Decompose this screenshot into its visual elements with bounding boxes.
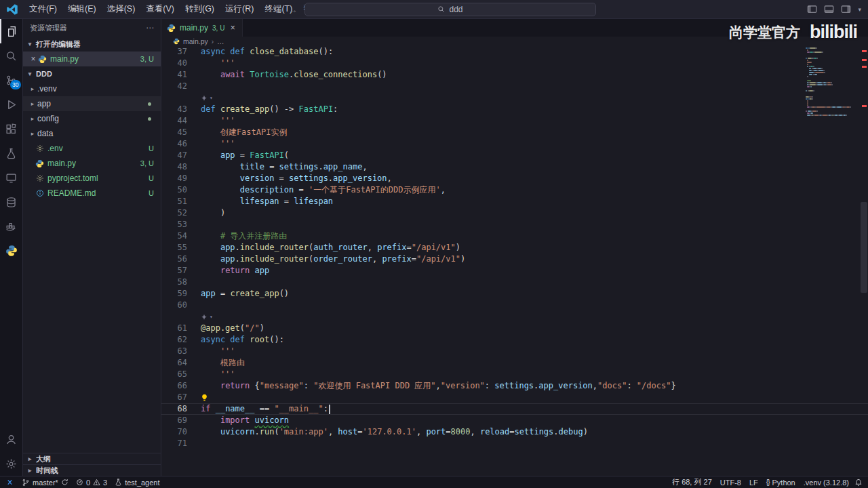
code-line[interactable]: ▾ bbox=[161, 311, 868, 323]
code-line[interactable]: 44 ''' bbox=[161, 115, 868, 127]
activitybar-remote-explorer[interactable] bbox=[0, 165, 23, 190]
code-area[interactable]: 37async def close_database():40 '''41 aw… bbox=[161, 46, 868, 476]
menu-item[interactable]: 编辑(E) bbox=[62, 1, 102, 17]
menu-item[interactable]: 文件(F) bbox=[24, 1, 62, 17]
tree-folder-.venv[interactable]: ▸.venv bbox=[23, 81, 161, 96]
git-branch-item[interactable]: master* bbox=[22, 479, 68, 487]
tree-file-README.md[interactable]: README.mdU bbox=[23, 186, 161, 201]
project-root-header[interactable]: ▾ DDD bbox=[23, 66, 161, 81]
menu-item[interactable]: 选择(S) bbox=[102, 1, 141, 17]
code-line[interactable]: 56 app.include_router(order_router, pref… bbox=[161, 253, 868, 265]
problems-item[interactable]: 0 3 bbox=[76, 479, 107, 487]
language-mode[interactable]: {} Python bbox=[766, 479, 795, 487]
python-interpreter[interactable]: .venv (3.12.8) bbox=[804, 479, 849, 487]
activitybar-explorer[interactable] bbox=[0, 19, 23, 43]
encoding-indicator[interactable]: UTF-8 bbox=[720, 479, 741, 487]
code-line[interactable]: 37async def close_database(): bbox=[161, 46, 868, 58]
open-editor-item[interactable]: ×main.py3, U bbox=[23, 52, 161, 66]
activitybar-source-control[interactable]: 30 bbox=[0, 68, 23, 92]
minimap[interactable] bbox=[806, 47, 859, 119]
activitybar-settings[interactable] bbox=[0, 451, 23, 476]
lightbulb-marker[interactable] bbox=[201, 394, 208, 401]
chevron-down-icon: ▾ bbox=[210, 92, 213, 104]
file-name: main.py bbox=[47, 159, 76, 168]
code-line[interactable]: 41 await Tortoise.close_connections() bbox=[161, 69, 868, 81]
tree-folder-config[interactable]: ▸config bbox=[23, 111, 161, 126]
code-line[interactable]: 51 lifespan = lifespan bbox=[161, 196, 868, 207]
code-line[interactable]: 47 app = FastAPI( bbox=[161, 150, 868, 161]
sidebar-more-actions-icon[interactable]: ⋯ bbox=[146, 23, 154, 33]
breadcrumb[interactable]: main.py › … bbox=[161, 37, 868, 46]
activitybar-containers[interactable] bbox=[0, 214, 23, 239]
tree-file-pyproject.toml[interactable]: pyproject.tomlU bbox=[23, 171, 161, 186]
tree-folder-app[interactable]: ▸app bbox=[23, 96, 161, 111]
code-line[interactable]: 60 bbox=[161, 300, 868, 311]
code-line[interactable]: 66 return {"message": "欢迎使用 FastAPI DDD … bbox=[161, 380, 868, 392]
gear-icon bbox=[5, 458, 17, 470]
notifications-bell[interactable] bbox=[854, 479, 863, 487]
close-icon[interactable]: × bbox=[28, 54, 38, 64]
toggle-sidebar-icon[interactable] bbox=[807, 4, 817, 14]
gear-file-icon bbox=[35, 174, 44, 183]
code-line[interactable]: 40 ''' bbox=[161, 58, 868, 69]
outline-section[interactable]: ▸ 大纲 bbox=[23, 453, 161, 464]
nav-back-icon[interactable]: ← bbox=[272, 4, 281, 15]
code-line[interactable]: 54 # 导入并注册路由 bbox=[161, 230, 868, 242]
code-line[interactable]: 53 bbox=[161, 219, 868, 230]
code-line[interactable]: 55 app.include_router(auth_router, prefi… bbox=[161, 242, 868, 253]
toggle-panel-icon[interactable] bbox=[824, 4, 834, 14]
code-line[interactable]: 48 title = settings.app_name, bbox=[161, 161, 868, 173]
code-line[interactable]: 67 bbox=[161, 392, 868, 403]
lightbulb-icon[interactable] bbox=[201, 394, 208, 401]
code-line[interactable]: 57 return app bbox=[161, 265, 868, 277]
scrollbar-thumb[interactable] bbox=[861, 202, 867, 293]
activitybar-search[interactable] bbox=[0, 43, 23, 68]
menu-item[interactable]: 转到(G) bbox=[180, 1, 220, 17]
cursor-position[interactable]: 行 68, 列 27 bbox=[672, 477, 712, 487]
code-line[interactable]: 71 bbox=[161, 438, 868, 449]
activitybar-account[interactable] bbox=[0, 427, 23, 451]
activitybar-python[interactable] bbox=[0, 239, 23, 263]
open-editors-header[interactable]: ▾ 打开的编辑器 bbox=[23, 37, 161, 52]
toggle-secondary-sidebar-icon[interactable] bbox=[841, 4, 851, 14]
code-line[interactable]: 62async def root(): bbox=[161, 334, 868, 346]
code-line[interactable]: 58 bbox=[161, 277, 868, 288]
command-center-search[interactable]: ddd bbox=[304, 3, 596, 16]
menu-item[interactable]: 查看(V) bbox=[140, 1, 180, 17]
code-line[interactable]: 65 ''' bbox=[161, 369, 868, 380]
code-line[interactable]: 69 import uvicorn bbox=[161, 415, 868, 426]
code-line[interactable]: 68if __name__ == "__main__": bbox=[161, 403, 868, 415]
error-mark bbox=[862, 66, 867, 68]
code-line[interactable]: 49 version = settings.app_version, bbox=[161, 173, 868, 184]
test-profile-item[interactable]: test_agent bbox=[115, 479, 159, 487]
activitybar-extensions[interactable] bbox=[0, 117, 23, 141]
code-line[interactable]: 52 ) bbox=[161, 207, 868, 219]
tree-file-main.py[interactable]: main.py3, U bbox=[23, 156, 161, 171]
line-number: 41 bbox=[161, 69, 187, 81]
code-line[interactable]: 50 description = '一个基于FastAPI的DDD示例应用', bbox=[161, 184, 868, 196]
code-line[interactable]: 43def create_app() -> FastAPI: bbox=[161, 104, 868, 115]
activitybar-run-debug[interactable] bbox=[0, 92, 23, 117]
eol-indicator[interactable]: LF bbox=[749, 479, 758, 487]
code-line[interactable]: 70 uvicorn.run('main:app', host='127.0.0… bbox=[161, 426, 868, 438]
remote-indicator[interactable] bbox=[5, 478, 14, 487]
tree-file-.env[interactable]: .envU bbox=[23, 141, 161, 156]
code-line[interactable]: ▾ bbox=[161, 92, 868, 104]
activitybar-database[interactable] bbox=[0, 190, 23, 214]
code-line[interactable]: 42 bbox=[161, 81, 868, 92]
code-line[interactable]: 63 ''' bbox=[161, 346, 868, 357]
timeline-section[interactable]: ▸ 时间线 bbox=[23, 464, 161, 476]
customize-layout-icon[interactable]: ▾ bbox=[858, 6, 861, 13]
menu-item[interactable]: 运行(R) bbox=[220, 1, 259, 17]
activitybar-testing[interactable] bbox=[0, 141, 23, 165]
tab-close-icon[interactable]: × bbox=[229, 23, 237, 33]
line-number: 67 bbox=[161, 392, 187, 403]
tab-main-py[interactable]: main.py 3, U × bbox=[161, 19, 243, 37]
code-line[interactable]: 64 根路由 bbox=[161, 357, 868, 369]
code-line[interactable]: 61@app.get("/") bbox=[161, 323, 868, 334]
nav-forward-icon[interactable]: → bbox=[288, 4, 298, 15]
code-line[interactable]: 46 ''' bbox=[161, 138, 868, 150]
tree-folder-data[interactable]: ▸data bbox=[23, 126, 161, 141]
code-line[interactable]: 59app = create_app() bbox=[161, 288, 868, 300]
code-line[interactable]: 45 创建FastAPI实例 bbox=[161, 127, 868, 138]
